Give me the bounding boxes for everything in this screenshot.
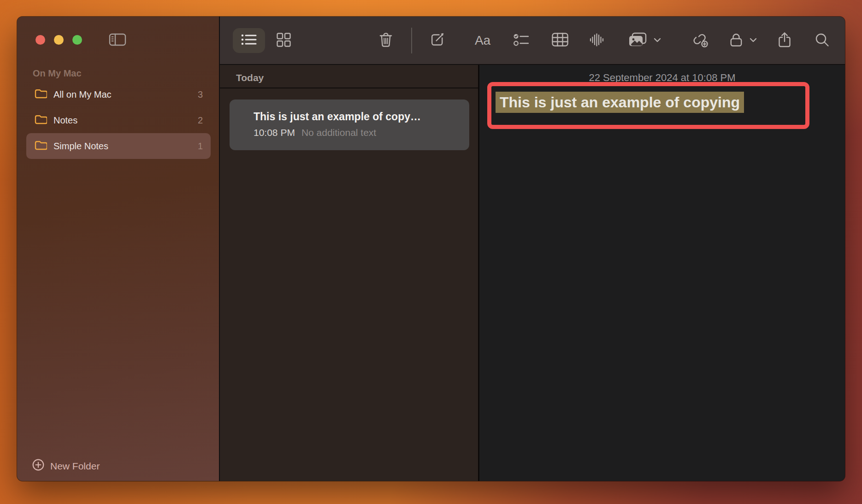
notes-window: On My Mac All on My Mac 3 Notes 2: [17, 17, 845, 481]
note-item-preview: No additional text: [301, 127, 376, 138]
sidebar-section-header: On My Mac: [33, 68, 82, 79]
folder-label: Simple Notes: [53, 141, 108, 152]
trash-icon: [379, 32, 393, 49]
note-item-time: 10:08 PM: [254, 127, 295, 138]
folder-count: 2: [198, 115, 203, 126]
folder-icon: [35, 140, 47, 152]
sidebar-item-notes[interactable]: Notes 2: [26, 107, 211, 133]
note-item-title: This is just an example of copy…: [254, 111, 461, 123]
zoom-button[interactable]: [72, 35, 82, 45]
lock-icon: [730, 33, 742, 49]
toolbar: Aa: [220, 17, 845, 65]
folder-icon: [35, 88, 47, 101]
share-button[interactable]: [772, 28, 797, 53]
folder-label: All on My Mac: [53, 89, 112, 100]
add-link-button[interactable]: [688, 28, 713, 53]
sidebar-toggle-button[interactable]: [107, 32, 128, 49]
share-icon: [778, 32, 791, 49]
audio-button[interactable]: [584, 28, 609, 53]
delete-note-button[interactable]: [373, 28, 398, 53]
gallery-view-button[interactable]: [271, 28, 296, 53]
sidebar: On My Mac All on My Mac 3 Notes 2: [17, 17, 220, 481]
chevron-down-icon[interactable]: [748, 35, 758, 45]
folder-list: All on My Mac 3 Notes 2 Simple Not: [26, 82, 211, 159]
window-controls: [35, 35, 82, 45]
minimize-button[interactable]: [54, 35, 64, 45]
toolbar-separator: [411, 28, 412, 53]
new-folder-button[interactable]: New Folder: [32, 459, 100, 473]
search-button[interactable]: [809, 28, 834, 53]
format-button[interactable]: Aa: [470, 28, 495, 53]
compose-note-button[interactable]: [425, 28, 449, 53]
note-list-item[interactable]: This is just an example of copy… 10:08 P…: [230, 100, 469, 150]
media-icon: [628, 32, 647, 49]
list-view-icon: [241, 33, 257, 48]
note-title-selected-text[interactable]: This is just an example of copying: [496, 92, 744, 113]
list-view-button[interactable]: [233, 28, 265, 53]
search-icon: [815, 33, 829, 49]
lock-button[interactable]: [724, 28, 749, 53]
sidebar-item-all-on-my-mac[interactable]: All on My Mac 3: [26, 82, 211, 107]
folder-count: 1: [198, 141, 203, 152]
gallery-view-icon: [277, 33, 291, 49]
new-folder-label: New Folder: [50, 461, 100, 472]
compose-icon: [430, 33, 444, 49]
sidebar-item-simple-notes[interactable]: Simple Notes 1: [26, 133, 211, 159]
folder-icon: [35, 114, 47, 127]
table-icon: [552, 33, 568, 48]
sidebar-toggle-icon: [109, 33, 126, 48]
format-icon: Aa: [475, 33, 490, 48]
audio-waveform-icon: [590, 33, 604, 49]
note-list-divider: [220, 88, 478, 88]
chevron-down-icon[interactable]: [652, 35, 662, 45]
note-list-pane: Today This is just an example of copy… 1…: [220, 65, 479, 481]
close-button[interactable]: [35, 35, 45, 45]
checklist-icon: [514, 34, 529, 48]
add-link-icon: [692, 32, 708, 49]
plus-circle-icon: [32, 459, 44, 473]
folder-count: 3: [198, 89, 203, 100]
media-button[interactable]: [625, 28, 650, 53]
note-editor-pane[interactable]: 22 September 2024 at 10:08 PM This is ju…: [479, 65, 845, 481]
note-list-section-header: Today: [236, 72, 264, 83]
table-button[interactable]: [548, 28, 573, 53]
folder-label: Notes: [53, 115, 77, 126]
checklist-button[interactable]: [508, 28, 533, 53]
